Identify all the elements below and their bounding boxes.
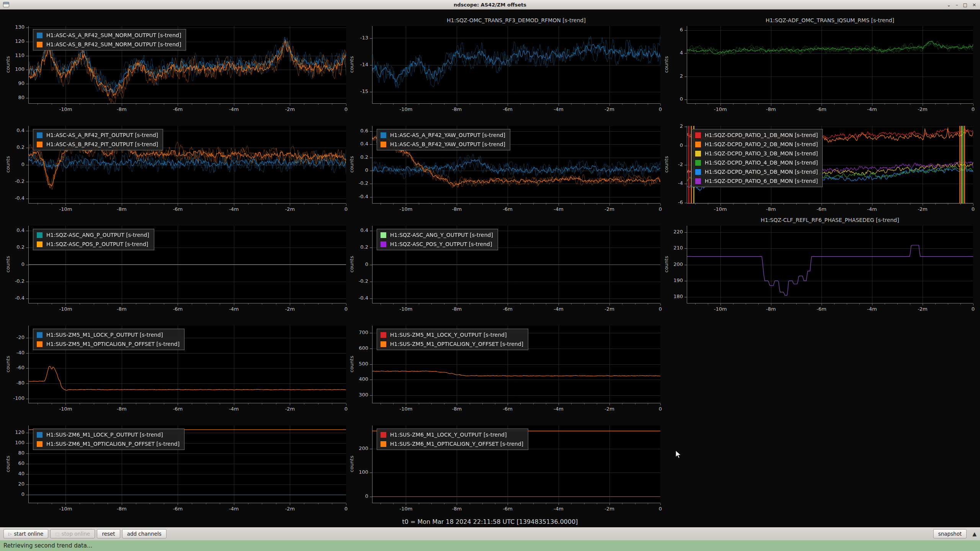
plot-panel: counts0.60.40.20-0.2-0.4-10m-8m-6m-4m-2m… xyxy=(350,116,663,216)
y-tick-mark xyxy=(684,99,687,100)
x-tick-label: -4m xyxy=(223,406,245,412)
x-minor-tick-mark xyxy=(923,204,923,205)
x-minor-tick-mark xyxy=(80,403,80,404)
x-minor-tick-mark xyxy=(597,503,597,504)
add-channels-button[interactable]: add channels xyxy=(122,529,167,538)
y-tick-mark xyxy=(370,282,372,282)
x-minor-tick-mark xyxy=(508,503,508,504)
x-minor-tick-mark xyxy=(332,204,332,205)
x-minor-tick-mark xyxy=(346,503,346,504)
y-tick-label: -100 xyxy=(6,395,24,401)
x-tick-label: -10m xyxy=(55,306,76,312)
x-minor-tick-mark xyxy=(52,403,52,404)
x-minor-tick-mark xyxy=(935,104,936,105)
x-minor-tick-mark xyxy=(234,303,234,305)
x-minor-tick-mark xyxy=(332,403,332,404)
x-minor-tick-mark xyxy=(381,403,381,404)
y-tick-label: 210 xyxy=(665,245,683,251)
x-minor-tick-mark xyxy=(720,303,721,305)
y-tick-mark xyxy=(26,433,28,433)
x-minor-tick-mark xyxy=(276,204,276,205)
x-minor-tick-mark xyxy=(660,303,661,305)
x-minor-tick-mark xyxy=(872,104,872,105)
x-tick-label: -8m xyxy=(760,206,782,212)
y-tick-label: 400 xyxy=(350,376,368,382)
maximize-button[interactable]: □ xyxy=(963,3,967,7)
x-minor-tick-mark xyxy=(52,204,52,205)
stop-online-button[interactable]: □stop online xyxy=(50,529,95,538)
x-minor-tick-mark xyxy=(822,204,822,205)
x-minor-tick-mark xyxy=(122,104,122,105)
x-minor-tick-mark xyxy=(520,403,521,404)
legend-label: H1:SQZ-ASC_POS_P_OUTPUT [s-trend] xyxy=(46,241,148,247)
legend-entry: H1:SQZ-ASC_ANG_P_OUTPUT [s-trend] xyxy=(37,232,149,238)
y-tick-mark xyxy=(370,158,372,158)
x-minor-tick-mark xyxy=(178,303,178,305)
plot-panel: H1:SQZ-ADF_OMC_TRANS_IQSUM_RMS [s-trend]… xyxy=(665,16,975,116)
x-minor-tick-mark xyxy=(192,403,192,404)
y-tick-mark xyxy=(370,364,372,365)
snapshot-button[interactable]: snapshot xyxy=(933,529,967,538)
x-tick-label: -2m xyxy=(912,206,933,212)
x-minor-tick-mark xyxy=(220,104,220,105)
minimize-button[interactable]: – xyxy=(956,3,958,7)
y-tick-mark xyxy=(26,165,28,165)
plot-panel: counts0.40.20-0.2-0.4-10m-8m-6m-4m-2m0H1… xyxy=(350,216,663,316)
start-online-button[interactable]: ▷start online xyxy=(3,529,48,538)
x-minor-tick-mark xyxy=(885,204,885,205)
plot-panel: counts20-2-4-6-10m-8m-6m-4m-2m0H1:SQZ-DC… xyxy=(665,116,975,216)
x-minor-tick-mark xyxy=(872,204,872,205)
y-tick-mark xyxy=(26,265,28,265)
legend-entry: H1:SUS-ZM5_M1_LOCK_P_OUTPUT [s-trend] xyxy=(37,332,180,338)
x-tick-label: -4m xyxy=(548,106,569,112)
y-tick-mark xyxy=(684,232,687,233)
x-minor-tick-mark xyxy=(584,204,585,205)
x-minor-tick-mark xyxy=(784,204,784,205)
legend-label: H1:SQZ-DCPD_RATIO_3_DB_MON [s-trend] xyxy=(705,150,818,156)
x-minor-tick-mark xyxy=(622,403,622,404)
x-tick-label: -8m xyxy=(760,306,782,312)
x-minor-tick-mark xyxy=(597,204,597,205)
x-minor-tick-mark xyxy=(206,303,206,305)
y-tick-label: -6 xyxy=(665,199,683,205)
close-button[interactable]: ✕ xyxy=(972,3,976,7)
x-minor-tick-mark xyxy=(520,503,521,504)
x-minor-tick-mark xyxy=(822,303,822,305)
y-tick-mark xyxy=(26,353,28,354)
shade-button[interactable]: ⌄ xyxy=(947,3,951,7)
plot-canvas[interactable] xyxy=(372,26,660,104)
x-minor-tick-mark xyxy=(332,104,332,105)
button-label: reset xyxy=(102,531,115,537)
legend-entry: H1:ASC-AS_B_RF42_SUM_NORM_OUTPUT [s-tren… xyxy=(37,41,181,47)
x-minor-tick-mark xyxy=(290,503,290,504)
expand-triangle-icon[interactable]: ▲ xyxy=(972,531,977,537)
x-minor-tick-mark xyxy=(559,104,559,105)
x-minor-tick-mark xyxy=(38,303,38,305)
legend-swatch xyxy=(37,432,42,438)
y-tick-label: 2 xyxy=(665,73,683,79)
x-minor-tick-mark xyxy=(470,503,470,504)
x-minor-tick-mark xyxy=(304,503,304,504)
y-tick-label: 200 xyxy=(665,261,683,267)
plot-canvas[interactable] xyxy=(687,226,973,303)
x-minor-tick-mark xyxy=(796,104,797,105)
x-minor-tick-mark xyxy=(304,204,304,205)
legend-entry: H1:SQZ-DCPD_RATIO_3_DB_MON [s-trend] xyxy=(695,150,818,156)
x-minor-tick-mark xyxy=(276,503,276,504)
legend-label: H1:ASC-AS_A_RF42_YAW_OUTPUT [s-trend] xyxy=(390,132,505,138)
reset-button[interactable]: reset xyxy=(97,529,120,538)
x-minor-tick-mark xyxy=(381,503,381,504)
legend-entry: H1:SUS-ZM5_M1_OPTICALIGN_Y_OFFSET [s-tre… xyxy=(381,341,523,347)
x-tick-label: -4m xyxy=(548,506,569,512)
x-minor-tick-mark xyxy=(609,104,610,105)
x-minor-tick-mark xyxy=(94,204,94,205)
y-tick-mark xyxy=(26,182,28,182)
x-tick-label: -2m xyxy=(279,506,301,512)
plot-panel: counts1301201101009080-10m-8m-6m-4m-2m0H… xyxy=(6,16,348,116)
x-minor-tick-mark xyxy=(635,503,635,504)
legend-entry: H1:ASC-AS_A_RF42_PIT_OUTPUT [s-trend] xyxy=(37,132,158,138)
x-minor-tick-mark xyxy=(559,303,559,305)
plot-canvas[interactable] xyxy=(687,26,973,104)
x-minor-tick-mark xyxy=(406,204,406,205)
x-tick-label: -6m xyxy=(811,106,832,112)
